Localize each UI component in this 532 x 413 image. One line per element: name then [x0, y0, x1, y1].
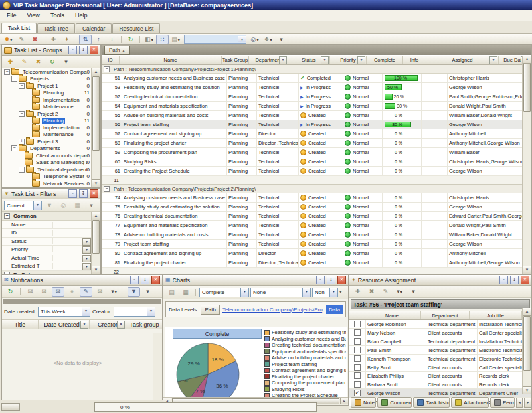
- view-button[interactable]: ▤▾: [169, 35, 182, 44]
- column-header-assigned[interactable]: Assigned▼: [426, 56, 499, 64]
- task-row[interactable]: 78Advise on building materials and costs…: [102, 230, 523, 240]
- scroll-down-icon[interactable]: ▼: [523, 386, 531, 394]
- tree-item-client-accounts-depar[interactable]: Client accounts depar0: [2, 152, 92, 159]
- task-row[interactable]: 52Creating technical documentationPlanni…: [102, 92, 523, 102]
- add-subtask-button[interactable]: ✚: [47, 35, 60, 44]
- collapse-group-icon[interactable]: −: [104, 66, 110, 72]
- filter-field-actual-time[interactable]: Actual Time▼: [2, 254, 92, 263]
- chart-value-combo[interactable]: Complete ▼: [199, 288, 249, 297]
- export-chart-button[interactable]: ▦: [179, 288, 192, 297]
- scroll-thumb[interactable]: [92, 220, 100, 254]
- creator-combo[interactable]: ▼: [114, 307, 155, 317]
- resource-row[interactable]: Barbara ScottClient accountsRecords cler…: [349, 380, 531, 389]
- tree-item-project-2[interactable]: −Project 20: [2, 110, 92, 118]
- task-row[interactable]: 57Contract agreement and signing upPlann…: [102, 129, 523, 139]
- assign-resource-button[interactable]: ✚: [351, 287, 364, 297]
- chart-extra-combo[interactable]: Non ▼: [312, 288, 338, 297]
- resource-scrollbar[interactable]: ▲ ▼: [522, 308, 531, 394]
- tab-task-tree[interactable]: Task Tree: [37, 23, 75, 33]
- task-row[interactable]: 54Equipment and materials specificationP…: [102, 102, 523, 111]
- filter-section-by-date[interactable]: −By Date: [2, 271, 92, 274]
- group-path-row[interactable]: −Path : Telecommunication Company\Projec…: [102, 185, 523, 193]
- more-button[interactable]: ▾▾: [108, 287, 120, 297]
- resource-row[interactable]: Paul SmithTechnical departmentElectronic…: [349, 346, 531, 355]
- chevron-down-icon[interactable]: ▼: [82, 238, 91, 246]
- refresh-notifications-button[interactable]: ↻: [4, 287, 17, 297]
- filter-field-estimated-t[interactable]: Estimated T▼: [2, 262, 92, 271]
- date-created-combo[interactable]: This Week ▼: [38, 307, 90, 317]
- column-header-id[interactable]: ID: [102, 56, 120, 64]
- collapse-panel-button[interactable]: ▫: [316, 276, 325, 284]
- column-header-task-group[interactable]: Task Group: [222, 56, 249, 64]
- chart-type-button[interactable]: ▤: [165, 288, 178, 297]
- tab-task-list[interactable]: Task List: [1, 23, 37, 33]
- collapse-panel-button[interactable]: ▫: [130, 276, 139, 284]
- filter-preset-combo[interactable]: Current ▼: [4, 201, 42, 210]
- edit-task-button[interactable]: ✎: [15, 35, 28, 44]
- refresh-groups-button[interactable]: ↻: [46, 57, 58, 67]
- resource-overflow-button[interactable]: ▾: [407, 287, 420, 297]
- edit-group-button[interactable]: ✎: [18, 57, 31, 67]
- tree-item-telecommunication-company[interactable]: −Telecommunication Company0: [2, 68, 92, 76]
- scroll-right-icon[interactable]: ▸: [340, 398, 348, 404]
- filter-dropdown-icon[interactable]: ▼: [80, 321, 88, 329]
- collapse-section-icon[interactable]: −: [4, 272, 10, 274]
- scroll-down-icon[interactable]: ▼: [92, 266, 100, 274]
- collapse-node-icon[interactable]: −: [19, 83, 25, 89]
- scroll-thumb[interactable]: [92, 76, 100, 151]
- assignment-checkbox[interactable]: [354, 338, 361, 345]
- chevron-down-icon[interactable]: ▼: [240, 288, 248, 297]
- collapse-group-icon[interactable]: −: [104, 186, 110, 192]
- scroll-down-icon[interactable]: ▼: [523, 266, 531, 274]
- chart-series-combo[interactable]: None ▼: [250, 288, 311, 297]
- apply-filter-button[interactable]: ▼: [43, 201, 56, 210]
- task-row[interactable]: 76Creating technical documentationPlanni…: [102, 212, 523, 221]
- task-row[interactable]: 61Creating the Project SchedulePlanningT…: [102, 167, 523, 176]
- tab-notes[interactable]: Notes: [351, 397, 376, 408]
- menu-tools[interactable]: Tools: [45, 11, 70, 19]
- settings-button[interactable]: ❖▾: [262, 35, 274, 44]
- column-header-creator[interactable]: Creator▼: [90, 320, 126, 329]
- tab-resource-list[interactable]: Resource List: [112, 23, 160, 33]
- chevron-down-icon[interactable]: ▼: [82, 307, 90, 316]
- task-row[interactable]: 56Project team staffingPlanningTechnical…: [102, 120, 523, 129]
- column-header-complete[interactable]: Complete: [367, 56, 403, 64]
- task-row[interactable]: 81Finalizing the project charterPlanning…: [102, 258, 523, 268]
- scroll-up-icon[interactable]: ▲: [523, 56, 531, 64]
- duplicate-task-button[interactable]: ✦: [60, 35, 73, 44]
- column-header-job-title[interactable]: Job title: [470, 311, 522, 319]
- tab-perm[interactable]: Perm: [490, 397, 515, 408]
- resource-more-button[interactable]: ▾▾: [393, 287, 406, 297]
- group-by-path-chip[interactable]: Path ▲: [104, 46, 130, 55]
- chevron-down-icon[interactable]: ▼: [302, 288, 310, 297]
- next-notification-button[interactable]: ✉: [38, 287, 50, 297]
- compose-notification-button[interactable]: ✎: [80, 287, 92, 297]
- resource-row[interactable]: Mary NelsonClient accountsCall Center sp…: [349, 329, 531, 337]
- tab-task-history[interactable]: Task history: [413, 397, 450, 408]
- assignment-checkbox[interactable]: [354, 364, 361, 371]
- collapse-section-icon[interactable]: −: [4, 213, 10, 219]
- pin-panel-button[interactable]: ↧: [79, 46, 88, 54]
- assignment-checkbox[interactable]: [354, 381, 361, 388]
- filter-section-common[interactable]: −Common: [2, 212, 92, 221]
- scroll-up-icon[interactable]: ▲: [523, 308, 531, 316]
- tree-item-project-3[interactable]: +Project 30: [2, 138, 92, 145]
- assignment-checkbox[interactable]: [354, 372, 361, 379]
- show-unread-button[interactable]: ✉: [52, 287, 64, 297]
- filter-dropdown-icon[interactable]: ▼: [117, 321, 125, 329]
- collapse-node-icon[interactable]: −: [4, 69, 10, 75]
- scroll-thumb[interactable]: [523, 316, 531, 371]
- pin-panel-button[interactable]: ↧: [327, 276, 335, 284]
- refresh-button[interactable]: ↻: [124, 35, 137, 44]
- column-header-due-date[interactable]: Due Date▼: [499, 56, 523, 64]
- collapse-panel-button[interactable]: ▫: [68, 189, 77, 198]
- close-panel-button[interactable]: ✕: [151, 276, 160, 284]
- task-row[interactable]: 55Advise on building materials and costs…: [102, 111, 523, 120]
- column-header-priority[interactable]: Priority▼: [330, 56, 367, 64]
- previous-notification-button[interactable]: ✉: [24, 287, 37, 297]
- task-row[interactable]: 51Analysing customer needs and Business …: [102, 74, 523, 83]
- tree-item-implementation[interactable]: Implementation0: [2, 96, 92, 104]
- column-header-info[interactable]: Info: [403, 56, 426, 64]
- groups-overflow-button[interactable]: ▾: [60, 57, 72, 67]
- filter-field-name[interactable]: Name: [2, 221, 92, 230]
